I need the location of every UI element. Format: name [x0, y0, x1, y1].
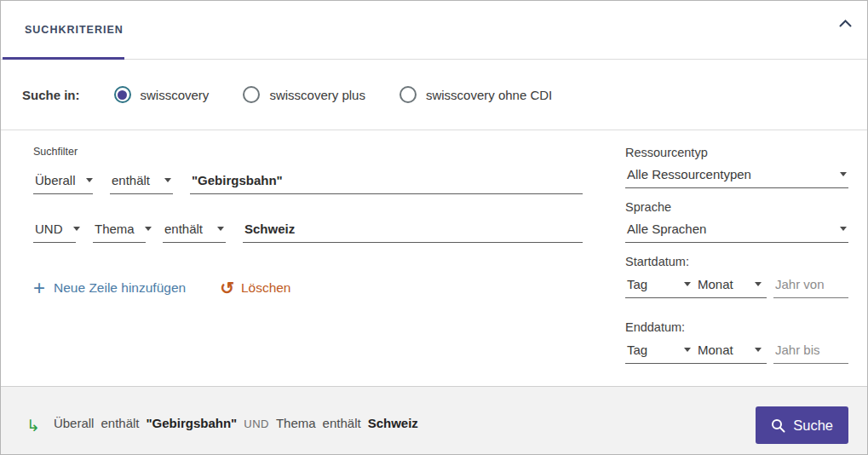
language-label: Sprache [625, 200, 848, 214]
language-value: Alle Sprachen [627, 222, 706, 236]
add-row-button[interactable]: + Neue Zeile hinzufügen [33, 280, 186, 296]
chevron-down-icon [755, 282, 762, 286]
end-date-label: Enddatum: [625, 320, 848, 334]
chevron-down-icon [145, 227, 152, 231]
start-day-select[interactable]: Tag [625, 277, 696, 297]
tab-active-underline [3, 57, 124, 60]
start-day-value: Tag [627, 277, 647, 291]
end-date-row: Tag Monat [625, 343, 848, 364]
main-area: Suchfilter Überall enthält UND [1, 130, 867, 386]
end-year-input[interactable] [773, 343, 848, 364]
radio-swisscovery-ohne-cdi[interactable]: swisscovery ohne CDI [400, 86, 552, 103]
summary-segment-value: "Gebirgsbahn" [147, 416, 238, 430]
start-date-label: Startdatum: [625, 255, 848, 268]
radio-unselected-icon [400, 86, 417, 103]
scope-label: Suche in: [22, 88, 80, 102]
summary-segment: Thema [276, 416, 316, 430]
condition-select-value: enthält [164, 222, 203, 236]
search-scope-row: Suche in: swisscovery swisscovery plus s… [1, 60, 867, 130]
tab-suchkriterien[interactable]: SUCHKRITERIEN [1, 1, 147, 59]
end-date-day-month-group: Tag Monat [625, 343, 767, 364]
field-select[interactable]: Überall [33, 171, 93, 194]
resource-type-select[interactable]: Alle Ressourcentypen [625, 167, 848, 188]
language-select[interactable]: Alle Sprachen [625, 222, 848, 243]
field-select[interactable]: Thema [93, 220, 146, 243]
collapse-panel-button[interactable] [835, 14, 855, 32]
radio-unselected-icon [243, 86, 260, 103]
query-summary: ↳ Überall enthält "Gebirgsbahn" UND Them… [26, 416, 756, 435]
summary-segment: enthält [101, 416, 139, 430]
chevron-down-icon [684, 282, 691, 286]
start-date-row: Tag Monat [625, 277, 848, 298]
summary-segment: enthält [323, 416, 361, 430]
end-day-select[interactable]: Tag [625, 343, 696, 363]
search-criteria-panel: SUCHKRITERIEN Suche in: swisscovery swis… [0, 0, 868, 455]
field-select-value: Überall [35, 173, 76, 187]
resource-type-value: Alle Ressourcentypen [627, 167, 751, 181]
search-button[interactable]: Suche [756, 406, 848, 444]
search-term-input[interactable] [190, 171, 583, 194]
operator-select-value: UND [35, 222, 63, 236]
clear-label: Löschen [241, 280, 291, 296]
filter-actions: + Neue Zeile hinzufügen ↺ Löschen [33, 280, 598, 296]
tab-bar: SUCHKRITERIEN [1, 1, 867, 60]
end-month-select[interactable]: Monat [696, 343, 767, 363]
clear-filters-button[interactable]: ↺ Löschen [220, 280, 290, 296]
start-month-value: Monat [698, 277, 733, 291]
chevron-down-icon [755, 348, 762, 352]
reset-arrow-icon: ↺ [220, 280, 234, 296]
operator-select[interactable]: UND [33, 220, 76, 243]
radio-swisscovery[interactable]: swisscovery [114, 86, 210, 103]
resource-type-label: Ressourcentyp [625, 146, 848, 159]
refinements-column: Ressourcentyp Alle Ressourcentypen Sprac… [625, 146, 848, 386]
start-year-input[interactable] [773, 277, 848, 298]
radio-label: swisscovery plus [269, 88, 365, 102]
plus-icon: + [33, 280, 45, 296]
filter-row: UND Thema enthält [33, 220, 583, 243]
radio-label: swisscovery ohne CDI [426, 88, 552, 102]
summary-segment: Überall [54, 416, 95, 430]
condition-select[interactable]: enthält [110, 171, 173, 194]
summary-segment-value: Schweiz [368, 416, 418, 430]
filters-column: Suchfilter Überall enthält UND [33, 146, 625, 386]
chevron-down-icon [86, 178, 93, 182]
tab-label: SUCHKRITERIEN [25, 24, 124, 36]
search-button-label: Suche [793, 418, 833, 434]
chevron-down-icon [840, 172, 847, 176]
search-icon [771, 418, 785, 433]
query-summary-bar: ↳ Überall enthält "Gebirgsbahn" UND Them… [1, 386, 867, 455]
summary-segment-operator: UND [244, 418, 269, 430]
filter-row: Überall enthält [33, 171, 583, 194]
chevron-down-icon [217, 227, 224, 231]
start-month-select[interactable]: Monat [696, 277, 767, 297]
chevron-down-icon [73, 227, 80, 231]
chevron-down-icon [840, 227, 847, 231]
subquery-arrow-icon: ↳ [26, 416, 40, 435]
start-date-day-month-group: Tag Monat [625, 277, 767, 298]
chevron-up-icon [839, 20, 852, 27]
condition-select-value: enthält [112, 173, 150, 187]
chevron-down-icon [684, 348, 691, 352]
radio-selected-icon [114, 86, 131, 103]
condition-select[interactable]: enthält [163, 220, 226, 243]
radio-swisscovery-plus[interactable]: swisscovery plus [243, 86, 365, 103]
end-month-value: Monat [698, 343, 733, 357]
radio-label: swisscovery [141, 88, 210, 102]
filters-heading: Suchfilter [33, 146, 598, 158]
search-term-input[interactable] [243, 220, 583, 243]
end-day-value: Tag [627, 343, 647, 357]
chevron-down-icon [164, 178, 171, 182]
add-row-label: Neue Zeile hinzufügen [54, 280, 186, 296]
field-select-value: Thema [95, 222, 135, 236]
